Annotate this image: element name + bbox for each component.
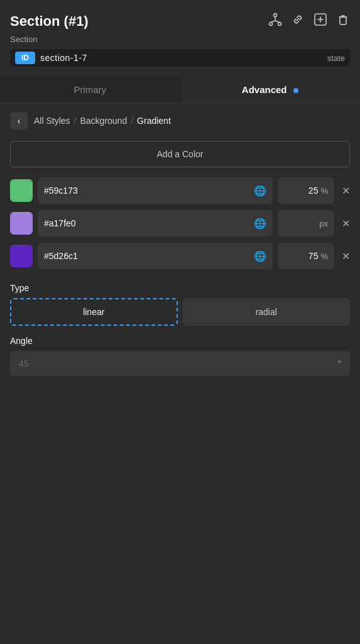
- color-hex-value-2: #5d26c1: [44, 251, 249, 261]
- svg-line-4: [271, 21, 275, 23]
- svg-point-1: [270, 23, 273, 26]
- color-row-2: #5d26c1 🌐 75 % ✕: [10, 243, 350, 269]
- globe-icon-2[interactable]: 🌐: [254, 250, 266, 262]
- color-hex-value-1: #a17fe0: [44, 218, 249, 228]
- breadcrumb-sep-2: /: [131, 116, 133, 126]
- tab-active-dot: [293, 88, 298, 93]
- color-hex-field-0[interactable]: #59c173 🌐: [38, 177, 273, 204]
- svg-rect-9: [340, 17, 346, 25]
- color-row-0: #59c173 🌐 25 % ✕: [10, 177, 350, 204]
- color-percent-field-0[interactable]: 25 %: [278, 177, 334, 204]
- type-label: Type: [0, 275, 360, 298]
- type-linear-button[interactable]: linear: [10, 298, 178, 326]
- breadcrumb: ‹ All Styles / Background / Gradient: [0, 103, 360, 138]
- tab-primary[interactable]: Primary: [0, 77, 180, 103]
- svg-point-2: [278, 23, 281, 26]
- breadcrumb-back-button[interactable]: ‹: [10, 112, 28, 130]
- color-swatch-2[interactable]: [10, 245, 33, 267]
- color-position-value-2: 75: [299, 251, 318, 261]
- remove-color-0[interactable]: ✕: [342, 185, 350, 197]
- page-title: Section (#1): [10, 13, 89, 30]
- color-unit-2: %: [320, 252, 328, 261]
- header-actions: [268, 13, 350, 30]
- id-value: section-1-7: [40, 53, 322, 63]
- color-position-value-0: 25: [299, 186, 318, 196]
- color-hex-value-0: #59c173: [44, 186, 249, 196]
- remove-color-1[interactable]: ✕: [342, 218, 350, 230]
- breadcrumb-all-styles[interactable]: All Styles: [34, 116, 70, 126]
- add-color-button[interactable]: Add a Color: [10, 141, 350, 167]
- svg-line-5: [275, 21, 280, 23]
- add-section-icon[interactable]: [314, 13, 327, 30]
- tab-bar: Primary Advanced: [0, 77, 360, 103]
- angle-label: Angle: [0, 326, 360, 351]
- color-unit-1: px: [319, 219, 328, 228]
- hierarchy-icon[interactable]: [268, 13, 282, 30]
- angle-placeholder: 45: [19, 358, 29, 369]
- color-percent-field-1[interactable]: px: [278, 210, 334, 236]
- color-row-1: #a17fe0 🌐 px ✕: [10, 210, 350, 236]
- globe-icon-1[interactable]: 🌐: [254, 218, 266, 230]
- color-unit-0: %: [320, 186, 328, 196]
- color-swatch-1[interactable]: [10, 212, 33, 235]
- id-badge: ID: [15, 52, 35, 64]
- state-label: state: [327, 53, 345, 63]
- breadcrumb-sep-1: /: [74, 116, 77, 126]
- angle-unit: °: [337, 358, 341, 369]
- type-selector: linear radial: [10, 298, 350, 326]
- id-row: ID section-1-7 state: [10, 49, 350, 67]
- color-hex-field-1[interactable]: #a17fe0 🌐: [38, 210, 273, 236]
- angle-input-row[interactable]: 45 °: [10, 351, 350, 376]
- section-type-label: Section: [0, 35, 360, 49]
- type-radial-button[interactable]: radial: [183, 298, 351, 326]
- color-hex-field-2[interactable]: #5d26c1 🌐: [38, 243, 273, 269]
- breadcrumb-background[interactable]: Background: [80, 116, 127, 126]
- color-swatch-0[interactable]: [10, 179, 33, 202]
- color-percent-field-2[interactable]: 75 %: [278, 243, 334, 269]
- svg-point-0: [274, 14, 277, 17]
- link-icon[interactable]: [291, 13, 305, 30]
- globe-icon-0[interactable]: 🌐: [254, 185, 266, 197]
- trash-icon[interactable]: [336, 13, 350, 30]
- remove-color-2[interactable]: ✕: [342, 250, 350, 262]
- tab-advanced[interactable]: Advanced: [180, 77, 361, 103]
- breadcrumb-gradient[interactable]: Gradient: [137, 116, 171, 126]
- header: Section (#1): [0, 0, 360, 35]
